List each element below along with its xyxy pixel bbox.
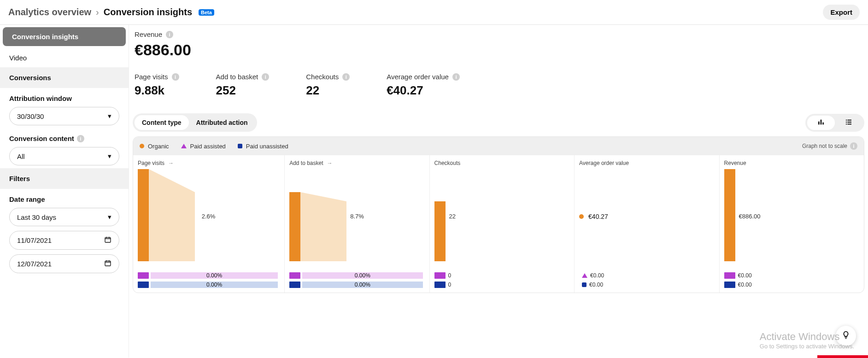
square-icon	[582, 282, 586, 287]
funnel-col-checkouts: Checkouts	[434, 160, 461, 166]
calendar-icon	[104, 259, 111, 268]
info-icon[interactable]: i	[262, 73, 269, 81]
svg-rect-0	[105, 237, 111, 242]
date-range-label: Date range	[9, 195, 119, 203]
attribution-window-label: Attribution window	[9, 94, 119, 102]
svg-rect-1	[105, 261, 111, 266]
funnel-bar-organic	[724, 169, 735, 261]
date-from-value: 11/07/2021	[17, 236, 52, 244]
svg-marker-11	[149, 169, 195, 261]
metric-revenue-label: Revenue i	[135, 30, 862, 38]
arrow-right-icon: →	[168, 160, 174, 166]
sidebar-tab-conversion-insights[interactable]: Conversion insights	[3, 27, 126, 46]
svg-marker-12	[300, 192, 346, 261]
funnel-value-checkouts: 22	[449, 213, 456, 220]
chart-view-button[interactable]	[807, 116, 835, 130]
funnel-rate-2: 8.7%	[350, 213, 364, 220]
funnel-value-revenue-pa: €0.00	[735, 272, 758, 279]
arrow-right-icon: →	[327, 160, 333, 166]
help-bubble-button[interactable]	[836, 326, 856, 346]
chevron-down-icon: ▾	[108, 112, 111, 120]
conversion-content-label: Conversion content i	[9, 135, 119, 142]
legend-paid-unassisted: Paid unassisted	[238, 143, 288, 150]
funnel-connector	[149, 169, 195, 261]
metric-checkouts-label: Checkouts i	[306, 73, 350, 81]
svg-rect-2	[818, 121, 820, 124]
funnel-rate-paid-unassisted-1: 0.00%	[151, 282, 278, 288]
date-range-select[interactable]: Last 30 days ▾	[9, 208, 119, 226]
metric-add-to-basket-value: 252	[216, 83, 270, 98]
triangle-icon	[582, 273, 587, 278]
sidebar-tab-video[interactable]: Video	[0, 48, 129, 67]
metric-page-visits-label: Page visits i	[135, 73, 179, 81]
svg-rect-6	[847, 119, 851, 120]
conversion-content-select[interactable]: All ▾	[9, 147, 119, 165]
circle-icon	[140, 144, 144, 148]
date-to-value: 12/07/2021	[17, 260, 52, 268]
date-to-input[interactable]: 12/07/2021	[9, 254, 119, 273]
list-view-button[interactable]	[835, 116, 862, 130]
funnel-value-revenue: €886.00	[739, 213, 761, 220]
funnel-value-revenue-pu: €0.00	[735, 282, 758, 288]
chevron-down-icon: ▾	[108, 213, 111, 221]
bar-chart-icon	[817, 118, 825, 127]
list-icon	[845, 118, 852, 127]
svg-rect-3	[821, 119, 822, 124]
info-icon[interactable]: i	[77, 135, 84, 142]
svg-rect-7	[846, 122, 847, 123]
info-icon[interactable]: i	[850, 142, 857, 150]
funnel-bar-organic	[289, 192, 300, 261]
conversion-content-value: All	[17, 153, 25, 160]
funnel-value-checkouts-pa: 0	[446, 272, 469, 279]
metric-page-visits-value: 9.88k	[135, 83, 179, 98]
tab-content-type[interactable]: Content type	[135, 115, 189, 130]
funnel-rate-paid-assisted-1: 0.00%	[151, 272, 278, 279]
date-from-input[interactable]: 11/07/2021	[9, 231, 119, 250]
funnel-value-aov: €40.27	[588, 213, 608, 220]
metric-add-to-basket-label: Add to basket i	[216, 73, 270, 81]
svg-rect-9	[846, 123, 847, 124]
funnel-bar-organic	[138, 169, 149, 261]
attribution-window-select[interactable]: 30/30/30 ▾	[9, 107, 119, 125]
export-button[interactable]: Export	[823, 5, 860, 20]
date-range-value: Last 30 days	[17, 213, 56, 221]
funnel-col-aov: Average order value	[579, 160, 629, 166]
metric-checkouts-value: 22	[306, 83, 350, 98]
sidebar: Conversion insights Video Conversions At…	[0, 25, 129, 358]
funnel-value-aov-pu: €0.00	[586, 282, 610, 288]
legend-paid-assisted: Paid assisted	[181, 143, 226, 150]
main-panel: Revenue i €886.00 Page visits i 9.88k Ad…	[129, 25, 868, 358]
funnel-rate-paid-assisted-2: 0.00%	[302, 272, 422, 279]
section-conversions-header: Conversions	[0, 67, 129, 88]
funnel-value-aov-pa: €0.00	[587, 272, 610, 279]
funnel-rate-1: 2.6%	[202, 213, 216, 220]
chevron-down-icon: ▾	[108, 152, 111, 160]
info-icon[interactable]: i	[172, 73, 179, 81]
circle-icon	[579, 214, 584, 219]
funnel-col-page-visits: Page visits	[138, 160, 164, 166]
funnel-col-revenue: Revenue	[724, 160, 746, 166]
breadcrumb-root[interactable]: Analytics overview	[8, 7, 91, 18]
funnel-value-checkouts-pu: 0	[446, 282, 469, 288]
section-filters-header: Filters	[0, 168, 129, 189]
legend-organic: Organic	[140, 143, 169, 150]
info-icon[interactable]: i	[166, 31, 173, 38]
funnel-col-add-to-basket: Add to basket	[289, 160, 323, 166]
calendar-icon	[104, 236, 111, 245]
funnel-rate-paid-unassisted-2: 0.00%	[302, 282, 422, 288]
metric-revenue-value: €886.00	[135, 41, 862, 59]
svg-rect-5	[846, 119, 847, 120]
tab-attributed-action[interactable]: Attributed action	[189, 115, 255, 130]
lightbulb-icon	[841, 330, 850, 342]
funnel-connector	[300, 192, 346, 261]
view-toggle	[805, 114, 864, 132]
graph-not-to-scale: Graph not to scale i	[802, 142, 857, 150]
info-icon[interactable]: i	[452, 73, 460, 81]
info-icon[interactable]: i	[342, 73, 350, 81]
metric-aov-value: €40.27	[387, 83, 460, 98]
beta-badge: Beta	[199, 9, 214, 16]
svg-rect-10	[847, 123, 851, 124]
chart-tab-group: Content type Attributed action	[133, 113, 257, 132]
square-icon	[238, 144, 242, 148]
svg-rect-4	[822, 122, 824, 124]
